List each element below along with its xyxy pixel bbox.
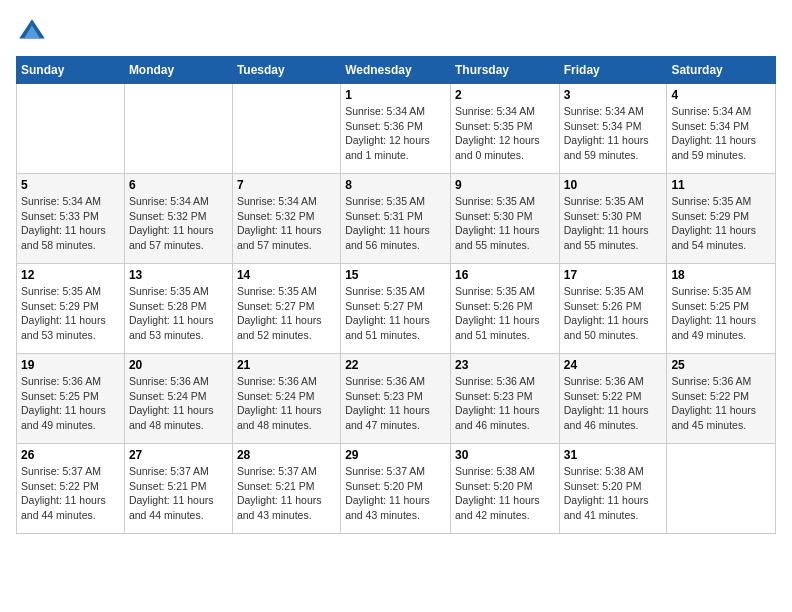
calendar-cell: 13Sunrise: 5:35 AM Sunset: 5:28 PM Dayli… — [124, 264, 232, 354]
calendar-cell: 24Sunrise: 5:36 AM Sunset: 5:22 PM Dayli… — [559, 354, 667, 444]
weekday-header-row: SundayMondayTuesdayWednesdayThursdayFrid… — [17, 57, 776, 84]
day-number: 27 — [129, 448, 228, 462]
day-info: Sunrise: 5:37 AM Sunset: 5:21 PM Dayligh… — [237, 464, 336, 523]
day-number: 13 — [129, 268, 228, 282]
day-number: 20 — [129, 358, 228, 372]
calendar-week-row: 1Sunrise: 5:34 AM Sunset: 5:36 PM Daylig… — [17, 84, 776, 174]
day-number: 10 — [564, 178, 663, 192]
calendar-cell: 2Sunrise: 5:34 AM Sunset: 5:35 PM Daylig… — [450, 84, 559, 174]
weekday-header-thursday: Thursday — [450, 57, 559, 84]
day-number: 29 — [345, 448, 446, 462]
day-number: 12 — [21, 268, 120, 282]
calendar-week-row: 19Sunrise: 5:36 AM Sunset: 5:25 PM Dayli… — [17, 354, 776, 444]
day-number: 16 — [455, 268, 555, 282]
calendar-cell: 31Sunrise: 5:38 AM Sunset: 5:20 PM Dayli… — [559, 444, 667, 534]
day-info: Sunrise: 5:38 AM Sunset: 5:20 PM Dayligh… — [564, 464, 663, 523]
day-number: 31 — [564, 448, 663, 462]
day-info: Sunrise: 5:35 AM Sunset: 5:25 PM Dayligh… — [671, 284, 771, 343]
day-info: Sunrise: 5:35 AM Sunset: 5:27 PM Dayligh… — [345, 284, 446, 343]
calendar-cell: 29Sunrise: 5:37 AM Sunset: 5:20 PM Dayli… — [341, 444, 451, 534]
day-info: Sunrise: 5:34 AM Sunset: 5:32 PM Dayligh… — [129, 194, 228, 253]
weekday-header-sunday: Sunday — [17, 57, 125, 84]
day-info: Sunrise: 5:36 AM Sunset: 5:24 PM Dayligh… — [129, 374, 228, 433]
day-number: 1 — [345, 88, 446, 102]
day-number: 30 — [455, 448, 555, 462]
day-info: Sunrise: 5:36 AM Sunset: 5:25 PM Dayligh… — [21, 374, 120, 433]
calendar-table: SundayMondayTuesdayWednesdayThursdayFrid… — [16, 56, 776, 534]
day-number: 26 — [21, 448, 120, 462]
day-info: Sunrise: 5:36 AM Sunset: 5:22 PM Dayligh… — [564, 374, 663, 433]
calendar-cell: 27Sunrise: 5:37 AM Sunset: 5:21 PM Dayli… — [124, 444, 232, 534]
day-number: 28 — [237, 448, 336, 462]
calendar-cell: 28Sunrise: 5:37 AM Sunset: 5:21 PM Dayli… — [232, 444, 340, 534]
calendar-cell: 5Sunrise: 5:34 AM Sunset: 5:33 PM Daylig… — [17, 174, 125, 264]
calendar-cell: 21Sunrise: 5:36 AM Sunset: 5:24 PM Dayli… — [232, 354, 340, 444]
calendar-cell: 7Sunrise: 5:34 AM Sunset: 5:32 PM Daylig… — [232, 174, 340, 264]
calendar-week-row: 12Sunrise: 5:35 AM Sunset: 5:29 PM Dayli… — [17, 264, 776, 354]
calendar-cell: 3Sunrise: 5:34 AM Sunset: 5:34 PM Daylig… — [559, 84, 667, 174]
day-number: 2 — [455, 88, 555, 102]
day-info: Sunrise: 5:35 AM Sunset: 5:30 PM Dayligh… — [455, 194, 555, 253]
day-number: 9 — [455, 178, 555, 192]
calendar-cell: 19Sunrise: 5:36 AM Sunset: 5:25 PM Dayli… — [17, 354, 125, 444]
calendar-cell: 30Sunrise: 5:38 AM Sunset: 5:20 PM Dayli… — [450, 444, 559, 534]
calendar-cell: 14Sunrise: 5:35 AM Sunset: 5:27 PM Dayli… — [232, 264, 340, 354]
day-info: Sunrise: 5:37 AM Sunset: 5:20 PM Dayligh… — [345, 464, 446, 523]
day-info: Sunrise: 5:34 AM Sunset: 5:36 PM Dayligh… — [345, 104, 446, 163]
day-info: Sunrise: 5:34 AM Sunset: 5:33 PM Dayligh… — [21, 194, 120, 253]
calendar-cell: 25Sunrise: 5:36 AM Sunset: 5:22 PM Dayli… — [667, 354, 776, 444]
calendar-cell: 18Sunrise: 5:35 AM Sunset: 5:25 PM Dayli… — [667, 264, 776, 354]
day-number: 25 — [671, 358, 771, 372]
calendar-cell: 6Sunrise: 5:34 AM Sunset: 5:32 PM Daylig… — [124, 174, 232, 264]
calendar-cell: 12Sunrise: 5:35 AM Sunset: 5:29 PM Dayli… — [17, 264, 125, 354]
calendar-cell: 17Sunrise: 5:35 AM Sunset: 5:26 PM Dayli… — [559, 264, 667, 354]
day-info: Sunrise: 5:35 AM Sunset: 5:26 PM Dayligh… — [455, 284, 555, 343]
logo-icon — [16, 16, 48, 48]
day-info: Sunrise: 5:35 AM Sunset: 5:31 PM Dayligh… — [345, 194, 446, 253]
day-number: 19 — [21, 358, 120, 372]
calendar-cell: 20Sunrise: 5:36 AM Sunset: 5:24 PM Dayli… — [124, 354, 232, 444]
day-number: 8 — [345, 178, 446, 192]
weekday-header-friday: Friday — [559, 57, 667, 84]
day-info: Sunrise: 5:36 AM Sunset: 5:24 PM Dayligh… — [237, 374, 336, 433]
calendar-cell: 16Sunrise: 5:35 AM Sunset: 5:26 PM Dayli… — [450, 264, 559, 354]
calendar-cell: 4Sunrise: 5:34 AM Sunset: 5:34 PM Daylig… — [667, 84, 776, 174]
day-info: Sunrise: 5:37 AM Sunset: 5:22 PM Dayligh… — [21, 464, 120, 523]
day-number: 5 — [21, 178, 120, 192]
day-number: 22 — [345, 358, 446, 372]
day-info: Sunrise: 5:35 AM Sunset: 5:27 PM Dayligh… — [237, 284, 336, 343]
day-info: Sunrise: 5:37 AM Sunset: 5:21 PM Dayligh… — [129, 464, 228, 523]
day-number: 11 — [671, 178, 771, 192]
day-number: 18 — [671, 268, 771, 282]
day-info: Sunrise: 5:36 AM Sunset: 5:23 PM Dayligh… — [345, 374, 446, 433]
day-info: Sunrise: 5:35 AM Sunset: 5:28 PM Dayligh… — [129, 284, 228, 343]
calendar-cell: 26Sunrise: 5:37 AM Sunset: 5:22 PM Dayli… — [17, 444, 125, 534]
day-number: 4 — [671, 88, 771, 102]
day-info: Sunrise: 5:36 AM Sunset: 5:22 PM Dayligh… — [671, 374, 771, 433]
weekday-header-tuesday: Tuesday — [232, 57, 340, 84]
day-number: 14 — [237, 268, 336, 282]
calendar-cell — [124, 84, 232, 174]
day-info: Sunrise: 5:34 AM Sunset: 5:35 PM Dayligh… — [455, 104, 555, 163]
day-number: 15 — [345, 268, 446, 282]
calendar-cell: 8Sunrise: 5:35 AM Sunset: 5:31 PM Daylig… — [341, 174, 451, 264]
day-info: Sunrise: 5:35 AM Sunset: 5:29 PM Dayligh… — [671, 194, 771, 253]
day-info: Sunrise: 5:34 AM Sunset: 5:34 PM Dayligh… — [564, 104, 663, 163]
day-number: 17 — [564, 268, 663, 282]
calendar-cell — [232, 84, 340, 174]
calendar-week-row: 5Sunrise: 5:34 AM Sunset: 5:33 PM Daylig… — [17, 174, 776, 264]
day-info: Sunrise: 5:35 AM Sunset: 5:30 PM Dayligh… — [564, 194, 663, 253]
calendar-cell: 10Sunrise: 5:35 AM Sunset: 5:30 PM Dayli… — [559, 174, 667, 264]
page-header — [16, 16, 776, 48]
day-number: 3 — [564, 88, 663, 102]
calendar-cell — [17, 84, 125, 174]
calendar-cell — [667, 444, 776, 534]
weekday-header-monday: Monday — [124, 57, 232, 84]
day-info: Sunrise: 5:35 AM Sunset: 5:26 PM Dayligh… — [564, 284, 663, 343]
day-info: Sunrise: 5:34 AM Sunset: 5:34 PM Dayligh… — [671, 104, 771, 163]
calendar-cell: 22Sunrise: 5:36 AM Sunset: 5:23 PM Dayli… — [341, 354, 451, 444]
calendar-cell: 9Sunrise: 5:35 AM Sunset: 5:30 PM Daylig… — [450, 174, 559, 264]
calendar-cell: 1Sunrise: 5:34 AM Sunset: 5:36 PM Daylig… — [341, 84, 451, 174]
calendar-cell: 23Sunrise: 5:36 AM Sunset: 5:23 PM Dayli… — [450, 354, 559, 444]
calendar-cell: 11Sunrise: 5:35 AM Sunset: 5:29 PM Dayli… — [667, 174, 776, 264]
